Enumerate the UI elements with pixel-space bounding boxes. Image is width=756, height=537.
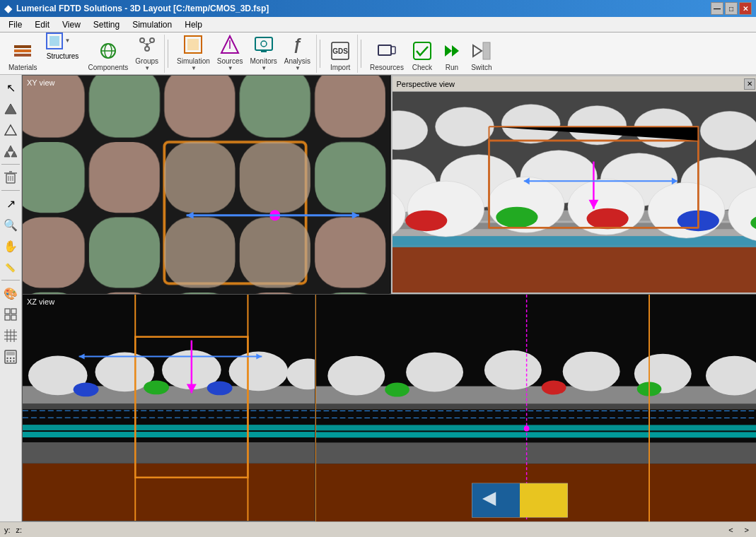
scroll-right-button[interactable]: >	[742, 526, 752, 534]
toolbar-sep-2	[320, 40, 320, 68]
svg-marker-32	[5, 104, 16, 114]
materials-button[interactable]: Materials	[6, 38, 40, 73]
svg-rect-77	[240, 217, 310, 288]
svg-point-59	[6, 360, 8, 362]
analysis-icon: ƒ	[286, 33, 308, 56]
svg-rect-170	[472, 483, 520, 517]
svg-text:GDS: GDS	[332, 47, 348, 55]
svg-point-111	[700, 112, 756, 151]
switch-icon	[470, 40, 493, 62]
pointer-tool[interactable]: ↖	[0, 78, 21, 98]
import-icon: GDS	[329, 40, 351, 62]
bottom-right-view[interactable]	[315, 294, 756, 521]
sources-button[interactable]: Sources ▼	[214, 32, 246, 73]
svg-rect-155	[315, 386, 756, 404]
multi-triangle-tool[interactable]	[0, 141, 21, 161]
xz-view[interactable]: XZ view	[22, 294, 315, 521]
close-button[interactable]: ✕	[739, 2, 752, 15]
titlebar: ◆ Lumerical FDTD Solutions - 3D Layout […	[0, 0, 756, 17]
resources-icon	[376, 40, 398, 62]
xz-view-canvas[interactable]	[23, 295, 315, 521]
color-tool[interactable]: 🎨	[0, 283, 21, 303]
scroll-left-button[interactable]: <	[726, 526, 735, 534]
bottom-right-canvas	[315, 295, 756, 521]
svg-rect-171	[520, 483, 567, 517]
minimize-button[interactable]: —	[711, 2, 723, 15]
calculator-tool[interactable]	[0, 347, 21, 367]
perspective-view[interactable]: Perspective view ✕	[391, 75, 757, 294]
svg-point-10	[150, 38, 154, 42]
svg-marker-28	[445, 45, 452, 57]
import-button[interactable]: GDS Import	[326, 38, 354, 73]
perspective-canvas[interactable]	[392, 92, 757, 293]
menu-file[interactable]: File	[3, 18, 28, 31]
perspective-view-label: Perspective view ✕	[392, 76, 757, 92]
svg-rect-72	[240, 142, 310, 213]
analysis-label: Analysis	[284, 57, 310, 65]
menubar: File Edit View Setting Simulation Help	[0, 17, 756, 33]
svg-rect-149	[315, 442, 756, 464]
sources-dropdown-arrow: ▼	[228, 65, 233, 71]
main-area: ↖ ↗	[0, 75, 756, 521]
svg-rect-124	[23, 442, 315, 464]
run-button[interactable]: Run	[438, 38, 466, 73]
sources-label: Sources	[217, 57, 243, 65]
sources-icon	[219, 33, 241, 56]
switch-label: Switch	[471, 64, 492, 71]
analysis-dropdown-arrow: ▼	[295, 65, 301, 71]
delete-tool[interactable]	[0, 167, 21, 187]
maximize-button[interactable]: □	[725, 2, 738, 15]
svg-rect-76	[164, 217, 235, 288]
app-icon: ◆	[4, 3, 12, 14]
pan-tool[interactable]: ✋	[0, 236, 21, 256]
svg-rect-150	[315, 432, 756, 437]
xy-view[interactable]: XY view	[22, 75, 391, 294]
analysis-button[interactable]: ƒ Analysis ▼	[281, 32, 313, 73]
ruler-tool[interactable]: 📏	[0, 257, 21, 277]
svg-rect-46	[5, 315, 10, 320]
grid-tool-2[interactable]	[0, 326, 21, 346]
toolbar-sep-3	[361, 40, 361, 68]
svg-rect-55	[6, 352, 15, 355]
z-status: z:	[16, 526, 23, 534]
check-button[interactable]: Check	[408, 38, 436, 73]
components-label: Components	[88, 64, 129, 71]
toolbar-group-objects: Materials ▼ Structures	[3, 35, 165, 73]
svg-marker-30	[473, 45, 482, 57]
zoom-tool[interactable]: 🔍	[0, 215, 21, 235]
xz-view-label: XZ view	[27, 297, 54, 306]
menu-setting[interactable]: Setting	[88, 18, 125, 31]
y-status: y:	[4, 526, 11, 534]
svg-rect-66	[240, 76, 310, 138]
left-toolbar-sep-2	[1, 190, 20, 191]
resources-button[interactable]: Resources	[367, 38, 407, 73]
svg-rect-19	[255, 37, 272, 50]
simulation-button[interactable]: Simulation ▼	[174, 32, 213, 73]
menu-simulation[interactable]: Simulation	[127, 18, 178, 31]
svg-rect-47	[11, 315, 16, 320]
grid-tool-1[interactable]	[0, 305, 21, 324]
triangle-up-tool[interactable]	[0, 99, 21, 119]
svg-marker-33	[5, 125, 16, 135]
perspective-close-button[interactable]: ✕	[744, 78, 755, 90]
titlebar-controls: — □ ✕	[711, 2, 752, 15]
left-toolbar-sep-1	[1, 164, 20, 165]
svg-point-104	[648, 182, 724, 238]
svg-marker-35	[4, 151, 10, 157]
svg-rect-45	[11, 309, 16, 314]
groups-button[interactable]: Groups ▼	[132, 32, 161, 73]
svg-point-138	[144, 380, 169, 394]
structures-button[interactable]: ▼	[42, 30, 84, 52]
svg-rect-64	[89, 76, 160, 138]
select-tool[interactable]: ↗	[0, 194, 21, 213]
svg-point-9	[140, 38, 144, 42]
triangle-outline-tool[interactable]	[0, 120, 21, 140]
switch-button[interactable]: Switch	[467, 38, 496, 73]
svg-point-162	[385, 383, 409, 397]
components-button[interactable]: Components	[86, 38, 132, 73]
svg-point-158	[484, 350, 542, 390]
monitors-button[interactable]: Monitors ▼	[247, 32, 279, 73]
menu-help[interactable]: Help	[179, 18, 208, 31]
left-toolbar-sep-3	[1, 280, 20, 281]
statusbar: y: z: < >	[0, 521, 756, 537]
